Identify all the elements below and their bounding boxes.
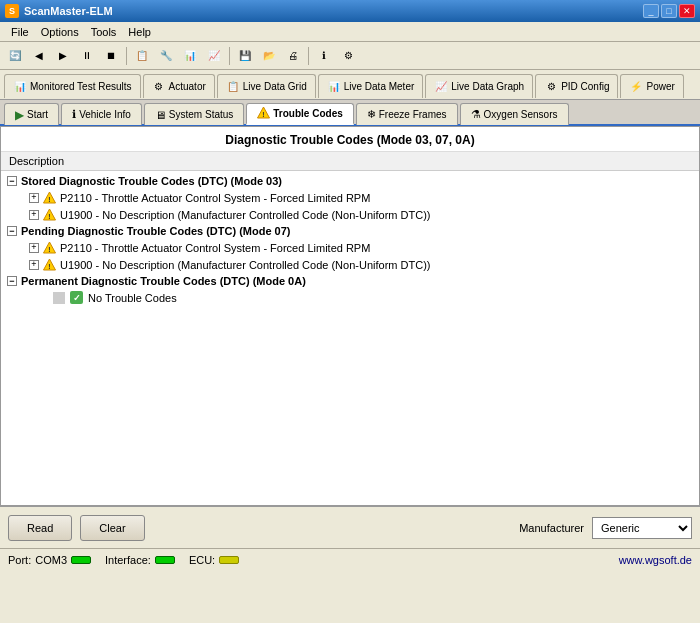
power-icon: ⚡ <box>629 79 643 93</box>
toolbar-btn-info[interactable]: ℹ <box>313 45 335 67</box>
menu-options[interactable]: Options <box>35 25 85 39</box>
list-item: + ! U1900 - No Description (Manufacturer… <box>1 256 699 273</box>
func-tab-power-label: Power <box>646 81 674 92</box>
toolbar-btn-5[interactable]: ⏹ <box>100 45 122 67</box>
func-tab-live-meter-label: Live Data Meter <box>344 81 415 92</box>
toolbar-btn-2[interactable]: ◀ <box>28 45 50 67</box>
tree-group-stored-header[interactable]: − Stored Diagnostic Trouble Codes (DTC) … <box>1 173 699 189</box>
tree-group-permanent-header[interactable]: − Permanent Diagnostic Trouble Codes (DT… <box>1 273 699 289</box>
tab-start-label: Start <box>27 109 48 120</box>
menu-file[interactable]: File <box>5 25 35 39</box>
toolbar-btn-settings[interactable]: ⚙ <box>337 45 359 67</box>
tab-freeze-frames-label: Freeze Frames <box>379 109 447 120</box>
tree-group-permanent-label: Permanent Diagnostic Trouble Codes (DTC)… <box>21 275 306 287</box>
tree-group-pending-header[interactable]: − Pending Diagnostic Trouble Codes (DTC)… <box>1 223 699 239</box>
window-controls[interactable]: _ □ ✕ <box>643 4 695 18</box>
ecu-led <box>219 556 239 564</box>
live-grid-icon: 📋 <box>226 79 240 93</box>
tree-group-pending-items: + ! P2110 - Throttle Actuator Control Sy… <box>1 239 699 273</box>
tab-start[interactable]: ▶ Start <box>4 103 59 125</box>
func-tab-pid-config[interactable]: ⚙ PID Config <box>535 74 618 98</box>
toolbar-btn-12[interactable]: 🖨 <box>282 45 304 67</box>
toolbar-sep-2 <box>229 47 230 65</box>
port-led <box>71 556 91 564</box>
toolbar-btn-10[interactable]: 💾 <box>234 45 256 67</box>
tree-group-stored: − Stored Diagnostic Trouble Codes (DTC) … <box>1 173 699 223</box>
toolbar-btn-7[interactable]: 🔧 <box>155 45 177 67</box>
toolbar-btn-9[interactable]: 📈 <box>203 45 225 67</box>
port-value: COM3 <box>35 554 67 566</box>
list-item: + ! U1900 - No Description (Manufacturer… <box>1 206 699 223</box>
manufacturer-label: Manufacturer <box>519 522 584 534</box>
tree-container: − Stored Diagnostic Trouble Codes (DTC) … <box>1 171 699 308</box>
item-expand-0-0[interactable]: + <box>29 193 39 203</box>
manufacturer-select[interactable]: Generic Ford GM Toyota Honda Chrysler <box>592 517 692 539</box>
tree-group-stored-items: + ! P2110 - Throttle Actuator Control Sy… <box>1 189 699 223</box>
menu-help[interactable]: Help <box>122 25 157 39</box>
func-tab-pid-label: PID Config <box>561 81 609 92</box>
expand-pending-icon[interactable]: − <box>7 226 17 236</box>
vehicle-info-icon: ℹ <box>72 108 76 121</box>
func-tab-live-graph[interactable]: 📈 Live Data Graph <box>425 74 533 98</box>
trouble-codes-warning-icon: ! <box>257 106 270 121</box>
toolbar-btn-1[interactable]: 🔄 <box>4 45 26 67</box>
pid-config-icon: ⚙ <box>544 79 558 93</box>
svg-text:!: ! <box>48 263 50 270</box>
live-meter-icon: 📊 <box>327 79 341 93</box>
bottom-panel: Read Clear Manufacturer Generic Ford GM … <box>0 506 700 548</box>
toolbar-btn-11[interactable]: 📂 <box>258 45 280 67</box>
nav-tabs: ▶ Start ℹ Vehicle Info 🖥 System Status !… <box>0 100 700 126</box>
clear-button[interactable]: Clear <box>80 515 144 541</box>
toolbar-sep-3 <box>308 47 309 65</box>
tab-oxygen-sensors[interactable]: ⚗ Oxygen Sensors <box>460 103 569 125</box>
tab-vehicle-info[interactable]: ℹ Vehicle Info <box>61 103 142 125</box>
toolbar-btn-6[interactable]: 📋 <box>131 45 153 67</box>
item-expand-1-0[interactable]: + <box>29 243 39 253</box>
tab-freeze-frames[interactable]: ❄ Freeze Frames <box>356 103 458 125</box>
monitored-icon: 📊 <box>13 79 27 93</box>
minimize-button[interactable]: _ <box>643 4 659 18</box>
oxygen-sensors-icon: ⚗ <box>471 108 481 121</box>
system-status-icon: 🖥 <box>155 109 166 121</box>
func-tab-live-meter[interactable]: 📊 Live Data Meter <box>318 74 424 98</box>
interface-status: Interface: <box>105 554 175 566</box>
ecu-label: ECU: <box>189 554 215 566</box>
warning-icon-1-1: ! <box>43 258 56 271</box>
func-tab-live-grid-label: Live Data Grid <box>243 81 307 92</box>
item-text-0-1: U1900 - No Description (Manufacturer Con… <box>60 209 430 221</box>
func-tab-monitored-label: Monitored Test Results <box>30 81 132 92</box>
func-tab-live-graph-label: Live Data Graph <box>451 81 524 92</box>
toolbar-btn-8[interactable]: 📊 <box>179 45 201 67</box>
item-expand-0-1[interactable]: + <box>29 210 39 220</box>
column-header: Description <box>1 152 699 171</box>
func-tab-power[interactable]: ⚡ Power <box>620 74 683 98</box>
item-expand-1-1[interactable]: + <box>29 260 39 270</box>
warning-icon-1-0: ! <box>43 241 56 254</box>
read-button[interactable]: Read <box>8 515 72 541</box>
svg-text:!: ! <box>48 196 50 203</box>
menu-bar: File Options Tools Help <box>0 22 700 42</box>
no-trouble-text: No Trouble Codes <box>88 292 177 304</box>
dash-icon <box>53 292 65 304</box>
tree-group-pending-label: Pending Diagnostic Trouble Codes (DTC) (… <box>21 225 291 237</box>
func-tab-monitored[interactable]: 📊 Monitored Test Results <box>4 74 141 98</box>
actuator-icon: ⚙ <box>152 79 166 93</box>
func-tab-live-grid[interactable]: 📋 Live Data Grid <box>217 74 316 98</box>
tab-trouble-codes[interactable]: ! Trouble Codes <box>246 103 353 125</box>
toolbar-btn-3[interactable]: ▶ <box>52 45 74 67</box>
interface-label: Interface: <box>105 554 151 566</box>
tab-trouble-codes-label: Trouble Codes <box>273 108 342 119</box>
svg-text:!: ! <box>48 246 50 253</box>
toolbar-btn-4[interactable]: ⏸ <box>76 45 98 67</box>
expand-permanent-icon[interactable]: − <box>7 276 17 286</box>
maximize-button[interactable]: □ <box>661 4 677 18</box>
warning-icon-0-1: ! <box>43 208 56 221</box>
func-tab-actuator[interactable]: ⚙ Actuator <box>143 74 215 98</box>
item-text-1-0: P2110 - Throttle Actuator Control System… <box>60 242 370 254</box>
menu-tools[interactable]: Tools <box>85 25 123 39</box>
start-icon: ▶ <box>15 108 24 122</box>
close-button[interactable]: ✕ <box>679 4 695 18</box>
expand-stored-icon[interactable]: − <box>7 176 17 186</box>
freeze-frames-icon: ❄ <box>367 108 376 121</box>
tab-system-status[interactable]: 🖥 System Status <box>144 103 244 125</box>
